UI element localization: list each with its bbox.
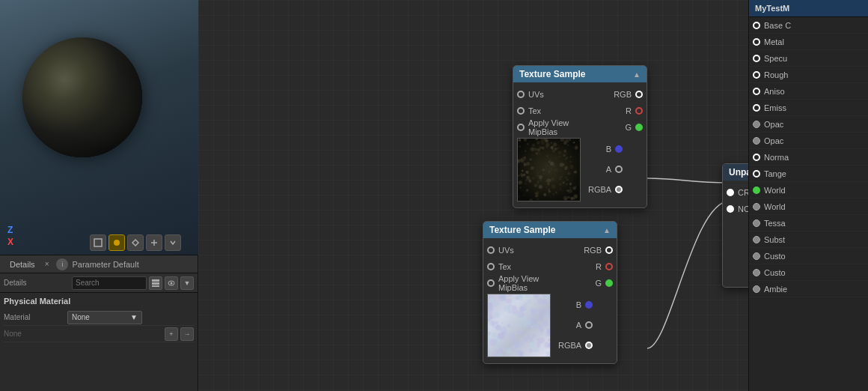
right-pin-base-c-dot[interactable] — [753, 22, 760, 29]
texture-node-1-arrow[interactable]: ▲ — [633, 70, 641, 79]
tex1-rgb-pin[interactable] — [635, 91, 643, 98]
add-btn[interactable]: + — [165, 327, 178, 341]
right-pin-world2-label: World — [764, 202, 864, 211]
tex2-a-pin[interactable] — [585, 321, 593, 329]
right-panel: MyTestM Base C Metal Specu Rough Aniso — [748, 0, 868, 391]
right-pin-tange-dot[interactable] — [753, 170, 760, 178]
nav-btn[interactable]: → — [180, 327, 194, 341]
tex1-a-pin[interactable] — [615, 166, 623, 173]
right-pin-aniso-label: Aniso — [764, 87, 864, 96]
right-pin-world2-dot[interactable] — [753, 203, 760, 210]
z-axis-label: Z — [7, 225, 13, 235]
tex2-tex-label: Tex — [498, 262, 550, 271]
tex1-mip-pin-in[interactable] — [517, 124, 525, 131]
details-tab[interactable]: Details — [4, 258, 41, 270]
svg-rect-0 — [94, 239, 102, 246]
toolbar-btn-4[interactable] — [146, 234, 162, 251]
tex1-row-uvs: UVs RGB — [513, 86, 647, 103]
info-button[interactable]: i — [56, 258, 68, 270]
tex1-row-a: A — [584, 161, 626, 178]
texture-node-1-header[interactable]: Texture Sample ▲ — [513, 66, 647, 82]
unpack-node: UnpackCRNOH ▲ CR (V4) Base Color NOH (V4… — [722, 163, 748, 288]
texture-sample-node-2: Texture Sample ▲ UVs RGB Tex R — [483, 221, 617, 364]
right-pin-subst-dot[interactable] — [753, 236, 760, 243]
viewport-toolbar — [90, 234, 181, 251]
texture-node-2-header[interactable]: Texture Sample ▲ — [483, 222, 617, 238]
material-value: None ▼ — [67, 311, 194, 324]
right-pin-rough: Rough — [749, 67, 868, 83]
unpack-cr-pin-in[interactable] — [727, 189, 734, 196]
tex2-row-b: B — [554, 297, 596, 313]
dropdown-btn-small[interactable]: ▼ — [180, 276, 194, 290]
right-pin-ambie-dot[interactable] — [753, 285, 760, 293]
texture-node-2-arrow[interactable]: ▲ — [603, 226, 611, 234]
right-pin-metal-label: Metal — [764, 37, 864, 46]
tex1-rgb-label: RGB — [580, 90, 632, 99]
right-pin-custo1: Custo — [749, 248, 868, 264]
tex1-uvs-pin-in[interactable] — [517, 91, 525, 98]
right-pin-metal-dot[interactable] — [753, 38, 760, 46]
right-pin-norma-dot[interactable] — [753, 154, 760, 161]
tex1-rgba-label: RGBA — [588, 185, 611, 194]
toolbar-btn-5[interactable] — [165, 234, 181, 251]
right-pin-rough-dot[interactable] — [753, 71, 760, 79]
eye-btn[interactable] — [165, 276, 178, 290]
tex2-tex-pin-in[interactable] — [487, 263, 495, 270]
tex2-g-pin[interactable] — [605, 279, 613, 287]
tex2-g-label: G — [550, 279, 602, 288]
right-pin-world1: World — [749, 182, 868, 198]
right-pin-list: Base C Metal Specu Rough Aniso Emiss — [749, 17, 868, 297]
search-input[interactable] — [72, 276, 147, 290]
tex2-r-pin[interactable] — [605, 263, 613, 270]
right-pin-aniso: Aniso — [749, 83, 868, 100]
right-pin-custo1-dot[interactable] — [753, 252, 760, 260]
tex1-row-b: B — [584, 141, 626, 157]
node-graph[interactable]: Texture Sample ▲ UVs RGB Tex R — [198, 0, 748, 391]
right-pin-custo2-dot[interactable] — [753, 269, 760, 276]
right-pin-specu: Specu — [749, 50, 868, 67]
tex2-uvs-pin-in[interactable] — [487, 246, 495, 254]
tex2-rgb-pin[interactable] — [605, 246, 613, 254]
tex2-row-uvs: UVs RGB — [483, 242, 617, 258]
right-pin-metal: Metal — [749, 34, 868, 50]
tex2-mip-pin-in[interactable] — [487, 279, 495, 287]
tex1-b-pin[interactable] — [615, 145, 623, 153]
tex1-row-tex: Tex R — [513, 103, 647, 119]
tex2-b-pin[interactable] — [585, 301, 593, 309]
right-pin-emiss-dot[interactable] — [753, 104, 760, 112]
tex2-rgba-pin[interactable] — [585, 342, 593, 349]
list-view-btn[interactable] — [149, 276, 162, 290]
viewport-area[interactable]: Z X — [0, 0, 198, 255]
right-pin-world1-dot[interactable] — [753, 187, 760, 194]
unpack-node-body: CR (V4) Base Color NOH (V4) Specular Rou… — [723, 181, 748, 287]
tex1-right-pins: B A RGBA — [584, 136, 626, 199]
toolbar-btn-2[interactable] — [109, 234, 125, 251]
tex1-uvs-label: UVs — [528, 90, 580, 99]
right-pin-tessa: Tessa — [749, 215, 868, 231]
tex1-rgba-pin[interactable] — [615, 186, 623, 193]
right-pin-opac2-dot[interactable] — [753, 137, 760, 145]
tex1-r-pin[interactable] — [635, 107, 643, 115]
right-node-title[interactable]: MyTestM — [749, 0, 868, 17]
right-pin-tessa-dot[interactable] — [753, 219, 760, 227]
details-close[interactable]: × — [45, 260, 49, 268]
right-pin-custo2: Custo — [749, 264, 868, 281]
toolbar-btn-3[interactable] — [127, 234, 144, 251]
toolbar-btn-1[interactable] — [90, 234, 106, 251]
right-pin-opac1-dot[interactable] — [753, 121, 760, 128]
tex1-g-pin[interactable] — [635, 124, 643, 131]
tex2-uvs-label: UVs — [498, 246, 550, 255]
right-pin-aniso-dot[interactable] — [753, 88, 760, 95]
tex1-a-label: A — [588, 165, 611, 174]
tex1-tex-label: Tex — [528, 106, 580, 115]
material-label: Material — [4, 313, 64, 321]
right-pin-emiss: Emiss — [749, 100, 868, 116]
texture-node-1-body: UVs RGB Tex R Apply View MipBias G — [513, 82, 647, 207]
unpack-noh-pin-in[interactable] — [727, 205, 734, 213]
unpack-node-header[interactable]: UnpackCRNOH ▲ — [723, 164, 748, 181]
material-dropdown[interactable]: None ▼ — [67, 311, 142, 324]
tex1-tex-pin-in[interactable] — [517, 107, 525, 115]
right-pin-specu-dot[interactable] — [753, 55, 760, 62]
right-pin-emiss-label: Emiss — [764, 103, 864, 112]
tex2-row-rgba: RGBA — [554, 337, 596, 354]
